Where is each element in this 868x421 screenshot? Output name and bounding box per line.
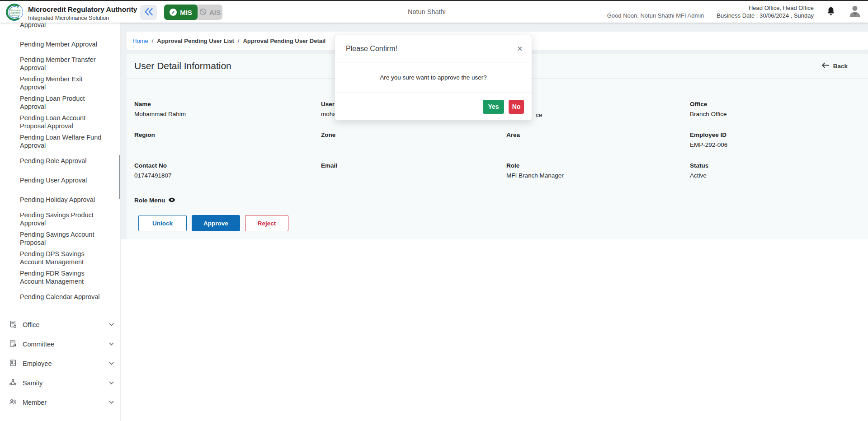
sidebar-item-label: Member [23, 399, 47, 406]
check-circle-icon: ✓ [170, 9, 177, 16]
notifications-button[interactable] [826, 6, 835, 18]
mra-logo: Microcredit Regulatory Authority [5, 3, 24, 23]
field-value: Mohammad Rahim [134, 111, 321, 117]
sidebar-item-label: Committee [23, 341, 54, 348]
svg-text:Authority: Authority [11, 14, 20, 17]
field-label: Zone [321, 131, 506, 138]
sidebar: Approval Pending Member Approval Pending… [0, 23, 121, 421]
ais-label: AIS [209, 9, 221, 16]
header-right: Good Noon, Notun Shathi MFI Admin Head O… [607, 1, 862, 23]
eye-icon[interactable] [168, 197, 175, 204]
field-name: Name Mohammad Rahim [134, 101, 321, 117]
field-role: Role MFI Branch Manager [506, 162, 690, 179]
sidebar-item-truncated-approval[interactable]: Approval [0, 23, 120, 35]
bell-icon [826, 6, 835, 18]
yes-button[interactable]: Yes [483, 100, 504, 114]
sidebar-item-label: Samity [23, 379, 42, 387]
business-date: Business Date : 30/06/2024 , Sunday [717, 12, 814, 19]
breadcrumb-separator: / [152, 37, 154, 44]
sidebar-item-pending-loan-product-approval[interactable]: Pending Loan Product Approval [0, 93, 120, 112]
top-bar: Microcredit Regulatory Authority Microcr… [0, 0, 868, 23]
sidebar-item-samity[interactable]: Samity [0, 373, 120, 393]
mis-label: MIS [180, 9, 192, 16]
sidebar-item-pending-savings-product-approval[interactable]: Pending Savings Product Approval [0, 210, 120, 229]
sidebar-item-pending-loan-welfare-fund-approval[interactable]: Pending Loan Welfare Fund Approval [0, 132, 120, 151]
dialog-footer: Yes No [335, 93, 532, 120]
detail-row: Region Zone Area Employee ID EMP-292-006 [134, 131, 868, 162]
field-value: Active [690, 172, 868, 179]
breadcrumb-home-link[interactable]: Home [132, 37, 148, 44]
field-area: Area [506, 131, 690, 148]
field-hidden-by-modal [506, 101, 690, 117]
field-label: Employee ID [690, 131, 868, 138]
double-chevron-left-icon [144, 8, 154, 17]
sidebar-item-pending-dps-savings-account-management[interactable]: Pending DPS Savings Account Management [0, 248, 120, 268]
close-icon[interactable]: ✕ [517, 45, 523, 53]
organization-name: Notun Shathi [408, 8, 446, 15]
field-value: EMP-292-006 [690, 141, 868, 148]
field-office: Office Branch Office [690, 101, 868, 117]
user-menu-button[interactable] [848, 5, 862, 19]
field-label: Office [690, 101, 868, 108]
field-value: MFI Branch Manager [506, 172, 690, 179]
office-info: Head Office, Head Office Business Date :… [717, 4, 814, 19]
sidebar-scrollbar[interactable] [119, 155, 120, 199]
sidebar-item-member[interactable]: Member [0, 393, 120, 412]
chevron-down-icon [109, 342, 114, 346]
sidebar-item-pending-calendar-approval[interactable]: Pending Calendar Approval [0, 287, 120, 307]
field-email: Email [321, 162, 506, 179]
dialog-message: Are you sure want to approve the user? [335, 62, 532, 93]
sidebar-item-pending-role-approval[interactable]: Pending Role Approval [0, 151, 120, 171]
approve-button[interactable]: Approve [192, 215, 240, 231]
no-button[interactable]: No [509, 100, 524, 114]
field-label: Status [690, 162, 868, 169]
sidebar-item-pending-holiday-approval[interactable]: Pending Holiday Approval [0, 190, 120, 210]
sidebar-item-pending-member-transfer-approval[interactable]: Pending Member Transfer Approval [0, 54, 120, 74]
field-contact-no: Contact No 01747491807 [134, 162, 321, 179]
sidebar-item-employee[interactable]: Employee [0, 354, 120, 373]
ais-button[interactable]: AIS [198, 5, 222, 20]
greeting-text: Good Noon, Notun Shathi MFI Admin [607, 12, 704, 19]
approval-menu-list: Approval Pending Member Approval Pending… [0, 23, 120, 307]
chevron-down-icon [109, 381, 114, 384]
sidebar-item-pending-savings-account-proposal[interactable]: Pending Savings Account Proposal [0, 229, 120, 248]
sidebar-collapse-button[interactable] [140, 5, 157, 20]
mis-ais-toggle: ✓ MIS AIS [164, 5, 222, 20]
sidebar-item-pending-member-approval[interactable]: Pending Member Approval [0, 35, 120, 54]
sidebar-item-office[interactable]: Office [0, 315, 120, 334]
chevron-down-icon [109, 362, 114, 365]
sidebar-item-committee[interactable]: Committee [0, 334, 120, 354]
field-status: Status Active [690, 162, 868, 179]
brand: Microcredit Regulatory Authority Microcr… [5, 3, 137, 23]
field-label: Contact No [134, 162, 321, 169]
slash-circle-icon [199, 8, 207, 17]
field-employee-id: Employee ID EMP-292-006 [690, 131, 868, 148]
field-label: Role [506, 162, 690, 169]
svg-text:Regulatory: Regulatory [10, 12, 21, 14]
action-buttons: Unlock Approve Reject [138, 215, 868, 231]
employee-icon [9, 359, 17, 368]
field-zone: Zone [321, 131, 506, 148]
sidebar-item-pending-member-exit-approval[interactable]: Pending Member Exit Approval [0, 74, 120, 93]
mis-button[interactable]: ✓ MIS [164, 5, 198, 20]
sidebar-item-pending-loan-account-proposal-approval[interactable]: Pending Loan Account Proposal Approval [0, 112, 120, 132]
unlock-button[interactable]: Unlock [138, 215, 187, 231]
field-label: Name [134, 101, 321, 108]
field-value: 01747491807 [134, 172, 321, 179]
back-label: Back [833, 63, 848, 70]
reject-button[interactable]: Reject [245, 215, 288, 231]
sidebar-item-pending-user-approval[interactable]: Pending User Approval [0, 171, 120, 190]
page-title: User Detail Information [134, 61, 231, 71]
back-button[interactable]: Back [821, 62, 848, 70]
field-label: Region [134, 131, 321, 138]
member-icon [9, 398, 17, 407]
sidebar-item-pending-fdr-savings-account-management[interactable]: Pending FDR Savings Account Management [0, 268, 120, 287]
arrow-left-icon [821, 62, 829, 70]
content-background [121, 239, 868, 421]
samity-icon [9, 379, 17, 388]
breadcrumb-user-list-link[interactable]: Approval Pending User List [157, 37, 234, 44]
avatar [848, 5, 862, 19]
office-line: Head Office, Head Office [717, 4, 814, 12]
chevron-down-icon [109, 323, 114, 326]
brand-text: Microcredit Regulatory Authority Integra… [28, 5, 137, 21]
